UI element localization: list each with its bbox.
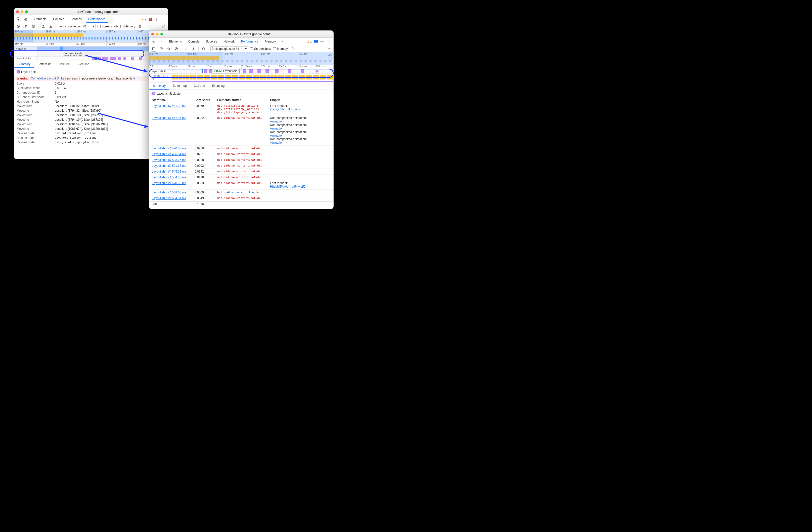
minimize-window-icon[interactable]: [156, 33, 159, 36]
reload-record-icon[interactable]: [166, 46, 172, 52]
layout-shifts-track[interactable]: Layout shifts: [149, 69, 333, 74]
flame-ruler[interactable]: 197 ms297 ms397 ms497 ms597 ms: [14, 42, 168, 46]
layout-shift-link[interactable]: Layout shift @ 441.20 ms: [152, 104, 186, 108]
maximize-window-icon[interactable]: [160, 33, 163, 36]
trash-icon[interactable]: [290, 46, 295, 52]
errors-badge[interactable]: 1: [149, 18, 153, 20]
download-icon[interactable]: [48, 24, 54, 29]
recording-selector[interactable]: fonts.google.com #1▾: [211, 46, 248, 51]
element-link[interactable]: mat-sidenav-content.mat-dr…: [217, 170, 267, 173]
layout-shift-link[interactable]: Layout shift @ 521.16 ms: [152, 164, 186, 168]
memory-checkbox[interactable]: Memory: [120, 25, 135, 28]
task-track[interactable]: Lar…son…Family…(fonts.google.com): [14, 51, 168, 56]
upload-icon[interactable]: [41, 24, 46, 29]
download-icon[interactable]: [191, 46, 196, 52]
tab-sources[interactable]: Sources: [68, 15, 84, 23]
tab-sources[interactable]: Sources: [203, 38, 219, 45]
minimize-window-icon[interactable]: [20, 10, 24, 13]
network-track[interactable]: Network: [14, 46, 168, 51]
overview-selection[interactable]: [14, 30, 32, 42]
tab-network[interactable]: Network: [221, 38, 237, 45]
trash-icon[interactable]: [137, 24, 143, 29]
settings-icon[interactable]: [154, 16, 159, 22]
tab-bottomup[interactable]: Bottom-up: [169, 83, 190, 89]
layout-shift-link[interactable]: Layout shift @ 503.26 ms: [152, 158, 186, 162]
tab-bottomup[interactable]: Bottom-up: [34, 61, 55, 68]
layout-shift-link[interactable]: Layout shift @ 570.53 ms: [152, 181, 186, 185]
tab-memory[interactable]: Memory: [262, 38, 278, 45]
element-link[interactable]: button#feedback-button.fee…: [217, 191, 267, 194]
close-window-icon[interactable]: [151, 33, 154, 36]
screenshots-checkbox[interactable]: Screenshots: [98, 25, 118, 28]
inspect-icon[interactable]: [16, 16, 21, 22]
overview-timeline[interactable]: 995 ms1995 ms2995 ms3995 ms4995 ms CPUNE…: [149, 52, 333, 65]
related-node-link[interactable]: div.notification__actions: [55, 136, 97, 140]
tab-calltree[interactable]: Call tree: [190, 83, 209, 89]
layout-shift-link[interactable]: Layout shift @ 604.01 ms: [152, 196, 186, 200]
upload-icon[interactable]: [183, 46, 189, 52]
tab-performance[interactable]: Performance: [238, 38, 261, 45]
tab-elements[interactable]: Elements: [167, 38, 184, 45]
layout-shift-link[interactable]: Layout shift @ 470.53 ms: [152, 146, 186, 150]
memory-checkbox[interactable]: Memory: [273, 47, 288, 51]
close-window-icon[interactable]: [16, 10, 19, 13]
element-link[interactable]: mat-sidenav-content.mat-dr…: [217, 181, 267, 185]
layout-shift-link[interactable]: Layout shift @ 486.54 ms: [152, 152, 186, 156]
related-node-link[interactable]: div.gf-full-page.gf-content: [55, 141, 100, 144]
tab-eventlog[interactable]: Event log: [208, 83, 228, 89]
flame-ruler[interactable]: 195 ms395 ms595 ms795 ms995 ms1195 ms139…: [149, 65, 333, 69]
layout-shift-link[interactable]: Layout shift @ 554.05 ms: [152, 176, 186, 179]
tab-console[interactable]: Console: [50, 15, 67, 23]
element-link[interactable]: mat-sidenav-content.mat-dr…: [217, 152, 267, 156]
recording-selector[interactable]: fonts.google.com #1▾: [58, 24, 96, 29]
capture-settings-icon[interactable]: [161, 24, 166, 29]
element-link[interactable]: mat-sidenav-content.mat-dr…: [217, 158, 267, 162]
cls-link[interactable]: Cumulative Layout Shifts: [31, 77, 64, 80]
animation-link[interactable]: Animation: [270, 120, 331, 123]
toggle-sidebar-icon[interactable]: [151, 46, 156, 52]
settings-icon[interactable]: [319, 39, 325, 44]
animation-link[interactable]: Animation: [270, 141, 331, 144]
record-icon[interactable]: [158, 46, 164, 52]
element-link[interactable]: mat-sidenav-content.mat-dr…: [217, 116, 267, 120]
tab-console[interactable]: Console: [186, 38, 202, 45]
tab-eventlog[interactable]: Event log: [73, 61, 93, 68]
clear-icon[interactable]: [31, 24, 36, 29]
warnings-badge[interactable]: ▲1: [306, 40, 313, 43]
overview-selection[interactable]: [149, 52, 223, 65]
tab-elements[interactable]: Elements: [31, 15, 49, 23]
tab-calltree[interactable]: Call tree: [55, 61, 73, 68]
home-icon[interactable]: [201, 46, 206, 52]
kebab-menu-icon[interactable]: ⋮: [161, 16, 166, 22]
overview-timeline[interactable]: 997 ms1997 ms2997 ms3997 ms4997: [14, 30, 168, 42]
layout-shift-link[interactable]: Layout shift @ 588.68 ms: [152, 191, 186, 194]
element-link[interactable]: div.notification__actions: [217, 104, 267, 108]
element-link[interactable]: div.gf-full-page.gf-content: [217, 111, 267, 114]
cls-more-link[interactable]: e: [133, 77, 135, 80]
kebab-menu-icon[interactable]: ⋮: [326, 39, 332, 44]
tab-summary[interactable]: Summary: [14, 61, 34, 68]
more-tabs-icon[interactable]: »: [280, 39, 285, 44]
clear-icon[interactable]: [173, 46, 179, 52]
more-tabs-icon[interactable]: »: [110, 16, 115, 22]
maximize-window-icon[interactable]: [25, 10, 28, 13]
related-node-link[interactable]: div.notification__actions: [55, 131, 97, 135]
animation-link[interactable]: Animation: [270, 127, 331, 130]
tab-summary[interactable]: Summary: [149, 83, 169, 89]
record-icon[interactable]: [16, 24, 21, 29]
device-toggle-icon[interactable]: [158, 39, 163, 44]
element-link[interactable]: mat-sidenav-content.mat-dr…: [217, 176, 267, 179]
warnings-badge[interactable]: ▲2: [141, 18, 147, 20]
culprit-link[interactable]: HhzMU5Ak9u…p9M.woff2: [270, 185, 331, 188]
frames-track[interactable]: Frames 167.1 ms: [149, 74, 333, 81]
element-link[interactable]: mat-sidenav-content.mat-dr…: [217, 164, 267, 167]
capture-settings-icon[interactable]: [326, 46, 332, 52]
reload-record-icon[interactable]: [23, 24, 29, 29]
culprit-link[interactable]: t5sJIQcYNI…IUI.woff2: [270, 108, 331, 111]
animation-link[interactable]: Animation: [270, 134, 331, 137]
element-link[interactable]: div.notification__actions: [217, 108, 267, 111]
inspect-icon[interactable]: [151, 39, 156, 44]
layout-shift-link[interactable]: Layout shift @ 545.09 ms: [152, 170, 186, 173]
screenshots-checkbox[interactable]: Screenshots: [250, 47, 271, 51]
layout-shifts-track[interactable]: Layout shifts: [14, 56, 168, 61]
